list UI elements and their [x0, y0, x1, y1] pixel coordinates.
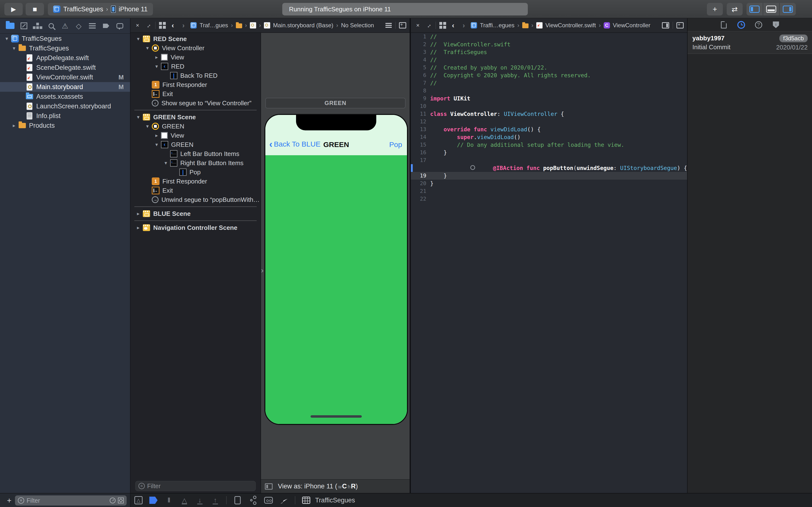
disclosure-open-icon[interactable]: ▾: [152, 142, 161, 148]
outline-filter-field[interactable]: ≡: [135, 481, 256, 491]
scene-dock-header[interactable]: GREEN: [265, 98, 406, 108]
quick-help-inspector-icon[interactable]: ↓: [772, 21, 780, 29]
breadcrumb-item[interactable]: No Selection: [341, 22, 374, 29]
align-icon[interactable]: △: [180, 496, 189, 505]
navigator-row[interactable]: ▸Products: [0, 121, 130, 130]
find-navigator-icon[interactable]: [46, 21, 56, 31]
disclosure-open-icon[interactable]: ▾: [143, 123, 152, 129]
navigator-row[interactable]: AppDelegate.swift: [0, 53, 130, 63]
code-line[interactable]: 2// ViewController.swift: [411, 41, 687, 48]
code-line[interactable]: 13 override func viewDidLoad() {: [411, 125, 687, 133]
code-line[interactable]: 16 }: [411, 149, 687, 157]
ibaction-connection-icon[interactable]: [470, 165, 475, 170]
device-configuration-icon[interactable]: [265, 483, 272, 490]
disclosure-open-icon[interactable]: ▾: [10, 45, 18, 51]
forward-history-icon[interactable]: ›: [180, 21, 187, 30]
outline-row[interactable]: ▾‹GREEN: [131, 140, 260, 149]
code-line[interactable]: 6// Copyright © 2020 yabby. All rights r…: [411, 71, 687, 79]
breakpoint-navigator-icon[interactable]: [101, 21, 111, 31]
close-editor-icon[interactable]: ×: [134, 22, 141, 29]
commit-entry[interactable]: yabby1997 Initial Commit f3d5acb 2020/01…: [688, 32, 812, 54]
scheme-project-label[interactable]: TrafficSegues: [63, 6, 103, 13]
test-navigator-icon[interactable]: ◇: [74, 21, 84, 31]
navigator-row[interactable]: LaunchScreen.storyboard: [0, 101, 130, 111]
outline-row[interactable]: ▸Navigation Controller Scene: [131, 223, 260, 232]
outline-row[interactable]: ▾View Controller: [131, 44, 260, 53]
scheme-device-label[interactable]: iPhone 11: [119, 6, 148, 13]
outline-row[interactable]: ▾GREEN Scene: [131, 113, 260, 122]
add-file-button[interactable]: +: [4, 495, 14, 506]
breadcrumb-item[interactable]: Traffi…egues: [480, 22, 514, 29]
navigator-row[interactable]: SceneDelegate.swift: [0, 63, 130, 72]
navigator-filter-input[interactable]: [27, 497, 107, 504]
navigator-row[interactable]: ▾TrafficSegues: [0, 44, 130, 53]
outline-row[interactable]: →Exit: [131, 89, 260, 99]
update-frames-icon[interactable]: △: [134, 496, 143, 504]
recent-files-filter-icon[interactable]: [110, 498, 115, 503]
storyboard-canvas[interactable]: › GREEN ‹ Back To BLUE GREEN Pop View as…: [261, 33, 410, 493]
navigator-row[interactable]: ▾TrafficSegues: [0, 34, 130, 44]
outline-row[interactable]: ▾RED Scene: [131, 34, 260, 44]
navigator-row[interactable]: Assets.xcassets: [0, 92, 130, 101]
outline-row[interactable]: ▾GREEN: [131, 122, 260, 131]
code-line[interactable]: 22: [411, 195, 687, 203]
breadcrumb-item[interactable]: Main.storyboard (Base): [273, 22, 333, 29]
debug-navigator-icon[interactable]: [88, 21, 97, 31]
disclosure-closed-icon[interactable]: ▸: [10, 123, 18, 128]
navigation-title[interactable]: GREEN: [265, 140, 407, 149]
disclosure-open-icon[interactable]: ▾: [143, 45, 152, 51]
navigator-row[interactable]: Main.storyboardM: [0, 82, 130, 92]
code-line[interactable]: 8: [411, 87, 687, 95]
resolve-layout-icon[interactable]: ↑: [211, 496, 220, 505]
editor-mode-button[interactable]: ⇄: [727, 3, 743, 15]
file-inspector-icon[interactable]: [720, 21, 728, 29]
device-bezels-icon[interactable]: [233, 496, 242, 505]
issue-navigator-icon[interactable]: ⚠: [60, 21, 70, 31]
minimap-icon[interactable]: [662, 22, 669, 29]
disclosure-closed-icon[interactable]: ▸: [152, 54, 161, 60]
disclosure-open-icon[interactable]: ▾: [2, 36, 11, 42]
navigator-row[interactable]: ViewController.swiftM: [0, 72, 130, 82]
toggle-debug-area-button[interactable]: [763, 3, 780, 15]
disclosure-closed-icon[interactable]: ▸: [152, 132, 161, 138]
code-line[interactable]: 12: [411, 118, 687, 125]
outline-row[interactable]: 1First Responder: [131, 80, 260, 89]
code-line[interactable]: 1//: [411, 33, 687, 41]
disclosure-closed-icon[interactable]: ▸: [134, 225, 143, 231]
iphone-view-controller[interactable]: ‹ Back To BLUE GREEN Pop: [264, 114, 408, 425]
code-line[interactable]: 3// TrafficSegues: [411, 48, 687, 56]
project-navigator-icon[interactable]: [5, 21, 15, 31]
scheme-selector[interactable]: TrafficSegues › iPhone 11: [48, 3, 153, 15]
view-as-label[interactable]: View as: iPhone 11 (wChR): [278, 483, 358, 490]
symbol-navigator-icon[interactable]: [33, 21, 43, 31]
outline-row[interactable]: |Back To RED: [131, 71, 260, 80]
disclosure-open-icon[interactable]: ▾: [134, 114, 143, 120]
outline-row[interactable]: →Unwind segue to “popButtonWith…: [131, 195, 260, 204]
add-editor-icon[interactable]: [399, 22, 406, 29]
breadcrumb-item[interactable]: ViewController.swift: [546, 22, 596, 29]
navigator-filter-field[interactable]: ≡: [15, 495, 126, 506]
code-area[interactable]: 1//2// ViewController.swift3// TrafficSe…: [411, 33, 687, 493]
expand-editor-icon[interactable]: ↔: [145, 22, 152, 29]
code-line[interactable]: 15 // Do any additional setup after load…: [411, 141, 687, 149]
back-history-icon[interactable]: ‹: [169, 21, 176, 30]
code-line[interactable]: 19 }: [411, 172, 687, 180]
outline-collapse-chevron[interactable]: ›: [261, 266, 264, 275]
green-view[interactable]: [265, 155, 407, 424]
run-button[interactable]: ▶: [4, 3, 23, 15]
related-items-icon[interactable]: [159, 22, 162, 25]
source-control-navigator-icon[interactable]: [19, 21, 29, 31]
code-line[interactable]: 5// Created by yabby on 2020/01/22.: [411, 64, 687, 71]
code-line[interactable]: 17: [411, 157, 687, 164]
outline-row[interactable]: |Pop: [131, 168, 260, 177]
code-line[interactable]: 11class ViewController: UIViewController…: [411, 110, 687, 118]
toggle-inspector-button[interactable]: [779, 3, 796, 15]
expand-editor-icon[interactable]: ↔: [425, 22, 432, 29]
forward-history-icon[interactable]: ›: [460, 21, 467, 30]
navigator-row[interactable]: Info.plist: [0, 111, 130, 121]
code-line[interactable]: @IBAction func popButton(unwindSegue: UI…: [411, 164, 687, 172]
code-line[interactable]: 10: [411, 102, 687, 110]
close-editor-icon[interactable]: ×: [414, 22, 421, 29]
source-control-filter-icon[interactable]: [118, 498, 124, 503]
pin-constraints-icon[interactable]: ↓: [195, 496, 204, 505]
